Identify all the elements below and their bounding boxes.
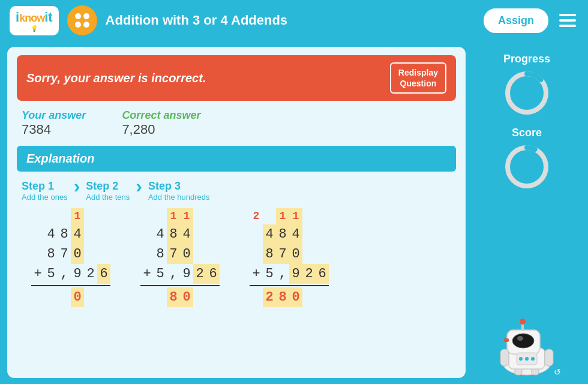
menu-button[interactable] xyxy=(557,11,578,29)
divider-2 xyxy=(140,285,220,286)
d3: 2 xyxy=(193,264,206,284)
dot4 xyxy=(83,22,89,28)
num-row-870-1: 8 7 0 xyxy=(31,244,110,264)
d3: 7 xyxy=(167,244,180,264)
error-message: Sorry, your answer is incorrect. xyxy=(26,71,206,85)
result-row-3: 2 8 0 xyxy=(250,287,329,307)
robot-mascot-svg: ↺ xyxy=(488,312,566,378)
num-row-5926-2: + 5 , 9 2 6 xyxy=(140,264,220,284)
step-3-block: Step 3 Add the hundreds xyxy=(148,180,210,202)
d1 xyxy=(250,244,263,264)
menu-bar-3 xyxy=(559,25,576,27)
num-row-484-3: 4 8 4 xyxy=(250,224,329,244)
carry-tens2: 1 xyxy=(289,208,302,224)
r4: 0 xyxy=(180,287,193,307)
progress-section: Progress 2/15 xyxy=(503,53,551,117)
d2: 8 xyxy=(44,244,58,264)
logo-it: it xyxy=(44,10,52,25)
dot3 xyxy=(75,22,81,28)
d1: 5 xyxy=(44,264,58,284)
score-section: Score 1 xyxy=(503,127,551,191)
d1: 5 xyxy=(154,264,167,284)
svg-point-12 xyxy=(520,319,526,325)
d2: 9 xyxy=(180,264,193,284)
r1 xyxy=(250,287,263,307)
carry-thousands: 2 xyxy=(250,208,263,224)
d3: 2 xyxy=(84,264,97,284)
header-title: Addition with 3 or 4 Addends xyxy=(106,13,475,28)
math-problems-container: 1 4 8 4 8 7 0 + 5 xyxy=(17,208,456,370)
correct-answer-block: Correct answer 7,280 xyxy=(122,109,200,137)
explanation-bar: Explanation xyxy=(17,146,456,172)
logo-bulb-icon: 💡 xyxy=(31,25,38,32)
progress-value: 2/15 xyxy=(517,88,536,98)
r3: 8 xyxy=(276,287,289,307)
d2: 4 xyxy=(154,224,167,244)
menu-bar-2 xyxy=(559,19,576,22)
step-3-subtitle: Add the hundreds xyxy=(148,193,210,202)
progress-title: Progress xyxy=(503,53,550,65)
r1 xyxy=(31,287,44,307)
redisplay-button[interactable]: RedisplayQuestion xyxy=(390,62,446,94)
content-area: Sorry, your answer is incorrect. Redispl… xyxy=(7,47,466,378)
problem-3: 2 1 1 4 8 4 8 7 0 xyxy=(250,208,329,307)
logo: iknowit 💡 xyxy=(10,6,59,35)
d3: 8 xyxy=(58,224,71,244)
svg-rect-13 xyxy=(504,338,509,342)
dice-dots xyxy=(73,11,92,30)
d1 xyxy=(140,224,154,244)
comma: , xyxy=(58,264,71,284)
d1: 5 xyxy=(263,264,276,284)
d4: 0 xyxy=(71,244,84,264)
r4: 0 xyxy=(289,287,302,307)
r2 xyxy=(154,287,167,307)
divider-1 xyxy=(31,285,110,286)
d2: 8 xyxy=(263,244,276,264)
mascot-area: ↺ xyxy=(488,200,566,378)
main-layout: Sorry, your answer is incorrect. Redispl… xyxy=(0,41,588,384)
step-2-subtitle: Add the tens xyxy=(86,193,130,202)
result-row-1: 0 xyxy=(31,287,110,307)
progress-donut: 2/15 xyxy=(503,69,551,117)
step-1-labels: Step 1 Add the ones xyxy=(22,180,68,202)
explanation-label: Explanation xyxy=(26,152,94,165)
plus: + xyxy=(140,264,154,284)
d4: 6 xyxy=(316,264,329,284)
step-1-subtitle: Add the ones xyxy=(22,193,68,202)
header: iknowit 💡 Addition with 3 or 4 Addends A… xyxy=(0,0,588,41)
dice-icon xyxy=(67,5,97,35)
r2 xyxy=(44,287,58,307)
carry-hundreds: 1 xyxy=(276,208,289,224)
sidebar: Progress 2/15 Score 1 xyxy=(473,47,581,378)
carry-digit-1: 1 xyxy=(71,208,84,224)
d2: 8 xyxy=(154,244,167,264)
assign-button[interactable]: Assign xyxy=(484,8,548,33)
num-row-484-2: 4 8 4 xyxy=(140,224,220,244)
d3: 7 xyxy=(58,244,71,264)
step-2-title: Step 2 xyxy=(86,180,130,193)
d2: 9 xyxy=(289,264,302,284)
step-1-block: Step 1 Add the ones xyxy=(22,180,68,202)
score-title: Score xyxy=(512,127,542,139)
num-row-870-2: 8 7 0 xyxy=(140,244,220,264)
d4: 6 xyxy=(97,264,110,284)
correct-answer-label: Correct answer xyxy=(122,109,200,122)
d3: 2 xyxy=(302,264,316,284)
d3: 8 xyxy=(276,224,289,244)
d2: 9 xyxy=(71,264,84,284)
plus: + xyxy=(250,264,263,284)
plus: + xyxy=(31,264,44,284)
your-answer-block: Your answer 7384 xyxy=(22,109,86,137)
error-banner: Sorry, your answer is incorrect. Redispl… xyxy=(17,55,456,101)
svg-rect-14 xyxy=(545,349,553,366)
score-value: 1 xyxy=(524,161,530,172)
arrow-1-icon: › xyxy=(74,175,80,197)
svg-point-19 xyxy=(531,357,535,361)
d4: 0 xyxy=(289,244,302,264)
r3 xyxy=(58,287,71,307)
r2: 2 xyxy=(263,287,276,307)
dot2 xyxy=(83,13,89,19)
menu-bar-1 xyxy=(559,14,576,16)
step-2-block: Step 2 Add the tens xyxy=(86,180,130,202)
num-row-5926-3: + 5 , 9 2 6 xyxy=(250,264,329,284)
